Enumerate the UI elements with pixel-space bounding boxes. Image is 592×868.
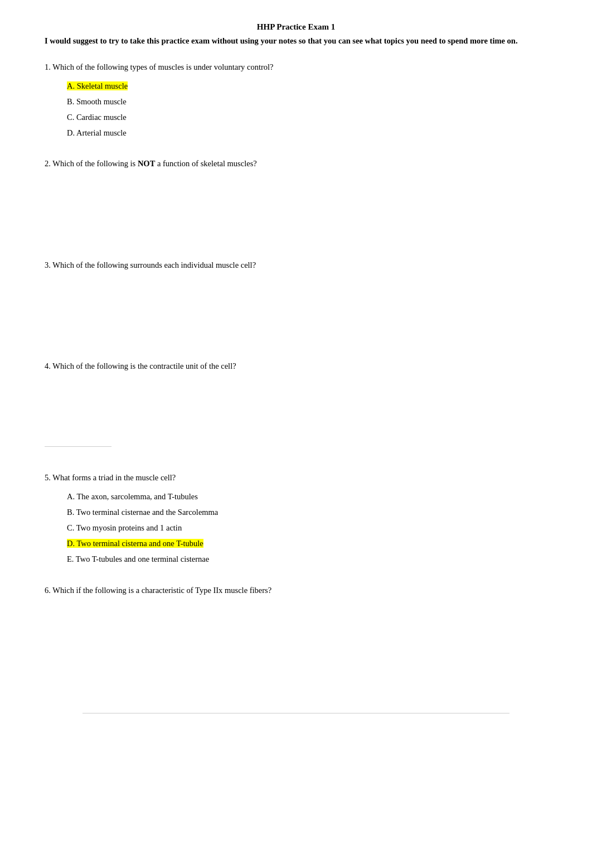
question-2-spacer	[45, 175, 547, 242]
question-1-answers: A. Skeletal muscle B. Smooth muscle C. C…	[45, 78, 547, 141]
question-6-number: 6.	[45, 586, 52, 595]
question-1-number: 1.	[45, 62, 52, 71]
answer-1-a-text: A. Skeletal muscle	[67, 81, 128, 90]
question-4: 4. Which of the following is the contrac…	[45, 360, 547, 455]
answer-5-e: E. Two T-tubules and one terminal cister…	[67, 551, 547, 567]
question-3: 3. Which of the following surrounds each…	[45, 259, 547, 343]
answer-5-c: C. Two myosin proteins and 1 actin	[67, 520, 547, 536]
answer-1-d: D. Arterial muscle	[67, 125, 547, 141]
answer-5-c-text: C. Two myosin proteins and 1 actin	[67, 523, 182, 532]
answer-5-e-text: E. Two T-tubules and one terminal cister…	[67, 554, 209, 563]
bottom-line	[83, 713, 510, 713]
question-4-text: 4. Which of the following is the contrac…	[45, 360, 547, 373]
question-5-answers: A. The axon, sarcolemma, and T-tubules B…	[45, 489, 547, 567]
question-2-bold: NOT	[138, 159, 155, 168]
question-4-number: 4.	[45, 361, 52, 370]
answer-5-d-text: D. Two terminal cisterna and one T-tubul…	[67, 539, 203, 548]
answer-5-a-text: A. The axon, sarcolemma, and T-tubules	[67, 492, 198, 501]
question-2-text: 2. Which of the following is NOT a funct…	[45, 157, 547, 170]
question-6: 6. Which if the following is a character…	[45, 584, 547, 713]
answer-5-b: B. Two terminal cisternae and the Sarcol…	[67, 504, 547, 520]
question-3-text: 3. Which of the following surrounds each…	[45, 259, 547, 272]
answer-5-d: D. Two terminal cisterna and one T-tubul…	[67, 536, 547, 551]
question-2-number: 2.	[45, 159, 52, 168]
question-5-number: 5.	[45, 473, 52, 482]
answer-1-b: B. Smooth muscle	[67, 94, 547, 109]
question-1-text: 1. Which of the following types of muscl…	[45, 61, 547, 74]
answer-1-b-text: B. Smooth muscle	[67, 97, 127, 106]
answer-1-c: C. Cardiac muscle	[67, 109, 547, 125]
question-2: 2. Which of the following is NOT a funct…	[45, 157, 547, 242]
question-5-text: 5. What forms a triad in the muscle cell…	[45, 471, 547, 484]
question-4-spacer	[45, 377, 547, 444]
answer-1-c-text: C. Cardiac muscle	[67, 113, 127, 122]
page-title: HHP Practice Exam 1	[45, 22, 547, 32]
question-6-text: 6. Which if the following is a character…	[45, 584, 547, 597]
question-5: 5. What forms a triad in the muscle cell…	[45, 471, 547, 567]
question-4-line	[45, 446, 111, 447]
answer-5-a: A. The axon, sarcolemma, and T-tubules	[67, 489, 547, 504]
answer-1-d-text: D. Arterial muscle	[67, 128, 127, 137]
answer-5-b-text: B. Two terminal cisternae and the Sarcol…	[67, 508, 218, 517]
question-1: 1. Which of the following types of muscl…	[45, 61, 547, 141]
question-6-spacer	[45, 601, 547, 668]
question-3-number: 3.	[45, 261, 52, 269]
question-3-spacer	[45, 276, 547, 343]
intro-text: I would suggest to try to take this prac…	[45, 35, 547, 47]
answer-1-a: A. Skeletal muscle	[67, 78, 547, 94]
page-container: HHP Practice Exam 1 I would suggest to t…	[45, 22, 547, 713]
